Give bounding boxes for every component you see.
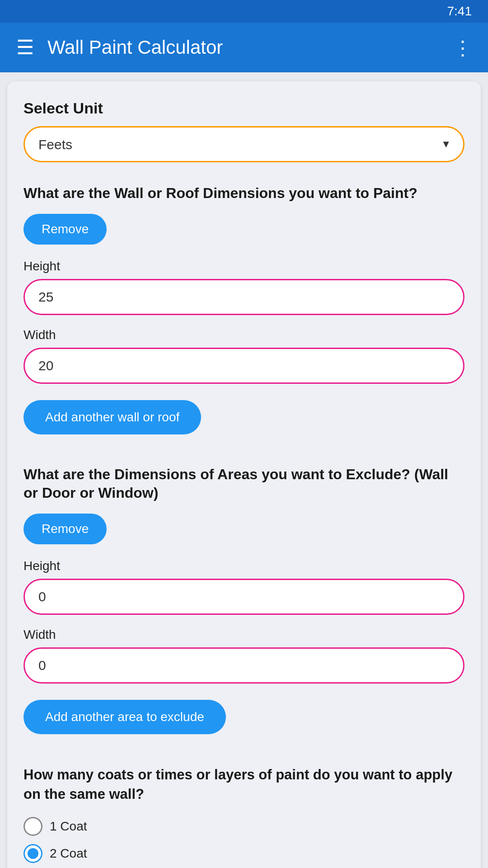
exclude-width-input[interactable] — [23, 647, 465, 684]
wall-height-input[interactable] — [23, 279, 465, 315]
wall-width-label: Width — [23, 328, 465, 342]
exclude-remove-button[interactable]: Remove — [23, 514, 107, 544]
coat-1-label: 1 Coat — [50, 819, 87, 834]
coat-1-radio-circle — [23, 817, 42, 836]
coats-section: How many coats or times or layers of pai… — [23, 765, 465, 868]
unit-select-wrapper: Feets Meters Centimeters Inches ▼ — [23, 126, 465, 162]
wall-remove-button[interactable]: Remove — [23, 214, 107, 245]
main-card: Select Unit Feets Meters Centimeters Inc… — [7, 81, 481, 868]
coat-2-radio-circle — [23, 844, 42, 863]
coat-2-label: 2 Coat — [50, 846, 87, 861]
app-title: Wall Paint Calculator — [47, 37, 453, 58]
coats-question: How many coats or times or layers of pai… — [23, 765, 465, 804]
exclude-section-question: What are the Dimensions of Areas you wan… — [23, 465, 465, 503]
wall-width-input[interactable] — [23, 348, 465, 384]
add-exclude-button[interactable]: Add another area to exclude — [23, 700, 226, 734]
wall-height-label: Height — [23, 259, 465, 274]
exclude-height-input[interactable] — [23, 579, 465, 615]
unit-select[interactable]: Feets Meters Centimeters Inches — [23, 126, 465, 162]
add-wall-button[interactable]: Add another wall or roof — [23, 400, 201, 434]
hamburger-icon[interactable]: ☰ — [16, 38, 34, 57]
status-time: 7:41 — [447, 4, 472, 19]
coats-radio-group: 1 Coat 2 Coat 3 Coat — [23, 817, 465, 868]
coat-option-1[interactable]: 1 Coat — [23, 817, 465, 836]
status-bar: 7:41 — [0, 0, 488, 23]
select-unit-label: Select Unit — [23, 99, 465, 117]
app-bar: ☰ Wall Paint Calculator ⋮ — [0, 23, 488, 72]
more-icon[interactable]: ⋮ — [453, 36, 472, 59]
exclude-height-label: Height — [23, 559, 465, 573]
coat-option-2[interactable]: 2 Coat — [23, 844, 465, 863]
exclude-width-label: Width — [23, 627, 465, 642]
wall-section-question: What are the Wall or Roof Dimensions you… — [23, 184, 465, 203]
